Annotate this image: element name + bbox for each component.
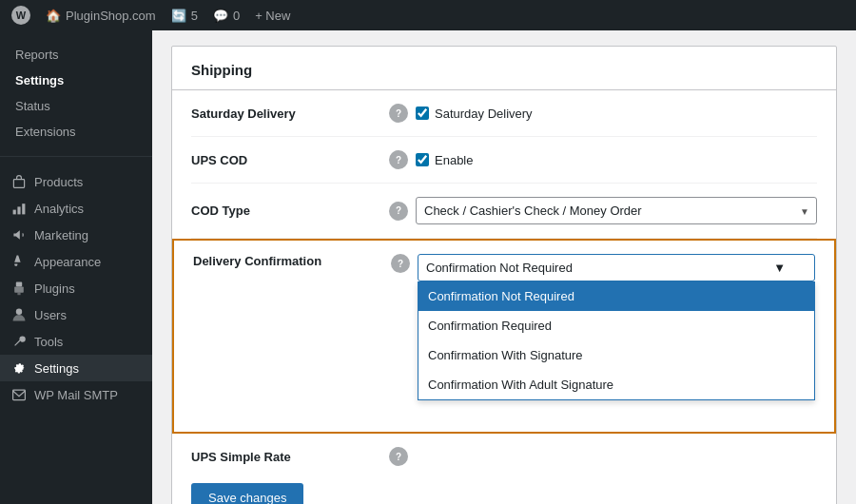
home-icon: 🏠 — [46, 9, 61, 23]
user-icon — [11, 307, 27, 322]
main-wrapper: Reports Settings Status Extensions Produ… — [0, 30, 856, 504]
cod-type-control: Check / Cashier's Check / Money Order Ce… — [416, 197, 817, 224]
delivery-option-with-signature[interactable]: Confirmation With Signature — [418, 340, 814, 370]
delivery-confirmation-row: Delivery Confirmation ? Confirmation Not… — [193, 254, 815, 281]
settings-main-label: Settings — [34, 361, 79, 376]
ups-cod-checkbox[interactable] — [416, 153, 429, 166]
ups-cod-checkbox-label: Enable — [435, 153, 473, 167]
saturday-delivery-checkbox[interactable] — [416, 107, 429, 120]
ups-cod-label: UPS COD — [191, 153, 381, 167]
settings-sub-label: Settings — [15, 73, 64, 87]
delivery-confirmation-dropdown-wrapper: Confirmation Not Required ▼ Confirmation… — [418, 254, 815, 281]
wp-logo-button[interactable]: W — [11, 6, 30, 25]
delivery-confirmation-label: Delivery Confirmation — [193, 254, 383, 268]
sidebar-item-settings-main[interactable]: Settings — [0, 355, 152, 381]
cod-type-label: COD Type — [191, 204, 381, 218]
users-label: Users — [34, 308, 67, 322]
site-name-link[interactable]: 🏠 PluginShop.com — [46, 9, 156, 23]
new-content-button[interactable]: + New — [255, 9, 290, 23]
delivery-confirmation-control: Confirmation Not Required ▼ Confirmation… — [418, 254, 815, 281]
svg-rect-2 — [17, 206, 20, 214]
megaphone-icon — [11, 227, 27, 242]
appearance-label: Appearance — [34, 255, 101, 269]
extensions-label: Extensions — [15, 125, 76, 139]
updates-button[interactable]: 🔄 5 — [171, 9, 198, 23]
saturday-delivery-row: Saturday Delivery ? Saturday Delivery — [191, 90, 817, 137]
sidebar-item-extensions[interactable]: Extensions — [0, 119, 152, 145]
new-label: + New — [255, 9, 290, 23]
mail-icon — [11, 387, 27, 402]
ups-simple-rate-help[interactable]: ? — [389, 447, 408, 466]
bag-icon — [11, 174, 27, 189]
comments-count: 0 — [233, 9, 240, 23]
delivery-confirmation-arrow-icon: ▼ — [773, 261, 786, 275]
sidebar-item-settings-sub[interactable]: Settings — [0, 68, 152, 93]
delivery-confirmation-help[interactable]: ? — [391, 254, 410, 273]
delivery-option-not-required[interactable]: Confirmation Not Required — [418, 281, 814, 311]
ups-cod-row: UPS COD ? Enable — [191, 137, 817, 184]
card-footer: Save changes — [172, 472, 836, 504]
save-changes-button[interactable]: Save changes — [191, 483, 303, 504]
sidebar-item-reports[interactable]: Reports — [0, 42, 152, 68]
page-title: Shipping — [191, 62, 817, 78]
wp-mail-smtp-label: WP Mail SMTP — [34, 388, 118, 402]
sidebar-item-marketing[interactable]: Marketing — [0, 222, 152, 248]
bar-chart-icon — [11, 201, 27, 216]
reports-label: Reports — [15, 48, 59, 62]
sidebar-divider — [0, 156, 152, 157]
saturday-delivery-help[interactable]: ? — [389, 104, 408, 123]
sidebar-item-wp-mail-smtp[interactable]: WP Mail SMTP — [0, 381, 152, 408]
plugin-icon — [11, 281, 27, 296]
saturday-delivery-label: Saturday Delivery — [191, 107, 381, 121]
ups-cod-checkbox-wrapper[interactable]: Enable — [416, 153, 817, 167]
status-label: Status — [15, 99, 50, 113]
svg-rect-3 — [22, 204, 25, 214]
sidebar: Reports Settings Status Extensions Produ… — [0, 30, 152, 504]
svg-rect-6 — [17, 293, 20, 295]
svg-rect-4 — [16, 282, 22, 287]
delivery-option-required[interactable]: Confirmation Required — [418, 311, 814, 340]
content-area: Shipping Saturday Delivery ? Saturday De… — [152, 30, 856, 504]
cod-type-select-wrapper: Check / Cashier's Check / Money Order Ce… — [416, 197, 817, 224]
sidebar-item-users[interactable]: Users — [0, 301, 152, 328]
sidebar-item-appearance[interactable]: Appearance — [0, 248, 152, 275]
svg-rect-8 — [13, 390, 26, 399]
admin-bar: W 🏠 PluginShop.com 🔄 5 💬 0 + New — [0, 0, 856, 30]
ups-cod-help[interactable]: ? — [389, 150, 408, 169]
ups-simple-rate-label: UPS Simple Rate — [191, 450, 381, 464]
svg-point-7 — [16, 309, 22, 315]
settings-card: Shipping Saturday Delivery ? Saturday De… — [171, 46, 837, 504]
card-body: Saturday Delivery ? Saturday Delivery UP… — [172, 90, 836, 472]
delivery-option-adult-signature[interactable]: Confirmation With Adult Signature — [418, 370, 814, 399]
comments-button[interactable]: 💬 0 — [213, 9, 240, 23]
sidebar-item-plugins[interactable]: Plugins — [0, 275, 152, 301]
sidebar-item-tools[interactable]: Tools — [0, 328, 152, 355]
sidebar-item-status[interactable]: Status — [0, 93, 152, 119]
wrench-icon — [11, 334, 27, 349]
ups-cod-control: Enable — [416, 153, 817, 167]
card-header: Shipping — [172, 47, 836, 90]
gear-icon — [11, 360, 27, 376]
saturday-delivery-control: Saturday Delivery — [416, 107, 817, 121]
tools-label: Tools — [34, 335, 63, 349]
cod-type-help[interactable]: ? — [389, 202, 408, 221]
ups-simple-rate-row: UPS Simple Rate ? — [191, 434, 817, 472]
sidebar-main-section: Products Analytics Marketing — [0, 161, 152, 416]
saturday-delivery-checkbox-label: Saturday Delivery — [435, 107, 533, 121]
saturday-delivery-checkbox-wrapper[interactable]: Saturday Delivery — [416, 107, 817, 121]
svg-rect-1 — [13, 210, 16, 215]
delivery-confirmation-section: Delivery Confirmation ? Confirmation Not… — [172, 239, 836, 434]
sidebar-item-analytics[interactable]: Analytics — [0, 195, 152, 222]
wp-logo-icon: W — [11, 6, 30, 25]
delivery-confirmation-value: Confirmation Not Required — [426, 261, 573, 275]
products-label: Products — [34, 175, 83, 189]
updates-count: 5 — [191, 9, 198, 23]
site-name: PluginShop.com — [66, 9, 156, 23]
sidebar-top-section: Reports Settings Status Extensions — [0, 34, 152, 152]
svg-rect-0 — [13, 180, 24, 188]
sidebar-item-products[interactable]: Products — [0, 168, 152, 195]
updates-icon: 🔄 — [171, 9, 186, 23]
delivery-confirmation-trigger[interactable]: Confirmation Not Required ▼ — [418, 254, 815, 281]
cod-type-select[interactable]: Check / Cashier's Check / Money Order Ce… — [416, 197, 817, 224]
marketing-label: Marketing — [34, 228, 88, 242]
